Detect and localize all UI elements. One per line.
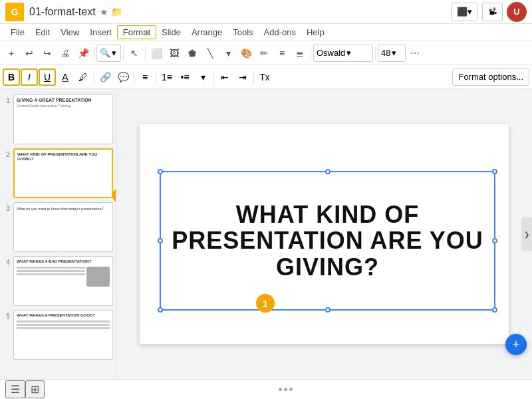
text-color-button[interactable]: A xyxy=(57,68,74,86)
toolbar-separator xyxy=(253,70,254,84)
bullet-list-button[interactable]: •≡ xyxy=(176,68,194,86)
font-size-label: 48 xyxy=(381,48,390,58)
print-button[interactable]: 🖨 xyxy=(57,45,74,62)
pen-tool[interactable]: ✏ xyxy=(255,45,273,62)
toolbar-separator xyxy=(94,70,94,84)
shape-tool[interactable]: ⬟ xyxy=(184,45,201,62)
menu-item-arrange[interactable]: Arrange xyxy=(186,26,227,39)
text-box-tool[interactable]: ⬜ xyxy=(148,45,165,62)
toolbar-separator xyxy=(311,47,311,60)
more-options-button[interactable]: ⋯ xyxy=(406,45,424,62)
menu-item-tools[interactable]: Tools xyxy=(227,26,258,39)
slide-image-2[interactable]: WHAT KIND OF PRESENTATION ARE YOU GIVING… xyxy=(13,148,113,198)
user-avatar[interactable]: U xyxy=(507,2,527,22)
image-tool[interactable]: 🖼 xyxy=(166,45,183,62)
menu-item-add-ons[interactable]: Add-ons xyxy=(259,26,301,39)
menu-item-slide[interactable]: Slide xyxy=(156,26,186,39)
main-area: 1 Giving a Great Presentation CustomGuid… xyxy=(0,89,532,379)
cursor-tool[interactable]: ↖ xyxy=(126,45,143,62)
star-icon[interactable]: ★ xyxy=(100,7,108,17)
zoom-dropdown[interactable]: 🔍▾ xyxy=(96,45,121,62)
add-slide-float-button[interactable]: + xyxy=(505,334,527,355)
slide-image-3[interactable]: What do you want to know after today's p… xyxy=(13,202,113,252)
slide-thumbnail-3[interactable]: 3 What do you want to know after today's… xyxy=(3,202,113,252)
slide-thumbnail-4[interactable]: 4 What Makes A Bad Presentation? xyxy=(3,256,113,306)
slide-image-5[interactable]: What Makes A Presentation Good? xyxy=(13,310,113,360)
handle-bottom-left[interactable] xyxy=(158,307,163,313)
link-button[interactable]: 🔗 xyxy=(96,68,114,86)
menu-item-insert[interactable]: Insert xyxy=(84,26,117,39)
menu-item-file[interactable]: File xyxy=(5,26,30,39)
slide-thumbnail-5[interactable]: 5 What Makes A Presentation Good? xyxy=(3,310,113,360)
slide3-body: What do you want to know after today's p… xyxy=(17,207,110,211)
add-button[interactable]: + xyxy=(3,45,20,62)
folder-icon[interactable]: 📁 xyxy=(111,7,122,17)
redo-button[interactable]: ↪ xyxy=(39,45,56,62)
text-selection-box[interactable]: WHAT KIND OF PRESENTATION ARE YOU GIVING… xyxy=(160,171,495,311)
font-size-dropdown[interactable]: 48 ▾ xyxy=(378,45,406,62)
slide-panel: 1 Giving a Great Presentation CustomGuid… xyxy=(0,89,116,379)
italic-button[interactable]: I xyxy=(21,68,38,86)
title-bar: G 01-format-text ★ 📁 ⬛ ▾ 📽 U xyxy=(0,0,532,24)
underline-button[interactable]: U xyxy=(39,68,56,86)
menu-item-format[interactable]: Format xyxy=(117,25,156,39)
insert-comment-button[interactable]: 💬 xyxy=(114,68,132,86)
toolbar-separator xyxy=(156,70,156,84)
clear-format-button[interactable]: Tx xyxy=(256,68,273,86)
slide-number-4: 4 xyxy=(3,256,13,266)
list-options-button[interactable]: ▾ xyxy=(194,68,211,86)
bold-button[interactable]: B xyxy=(3,68,20,86)
font-name-label: Oswald xyxy=(317,48,345,58)
menu-item-edit[interactable]: Edit xyxy=(30,26,55,39)
menu-item-help[interactable]: Help xyxy=(301,26,330,39)
toolbar-separator xyxy=(213,70,214,84)
slide-number-2: 2 xyxy=(3,148,13,158)
align-tool[interactable]: ≡ xyxy=(273,45,291,62)
highlight-button[interactable]: 🖊 xyxy=(74,68,92,86)
handle-bottom-right[interactable] xyxy=(492,307,497,313)
handle-top-right[interactable] xyxy=(492,169,497,174)
font-family-dropdown[interactable]: Oswald ▾ xyxy=(313,45,373,62)
grid-view-button[interactable]: ⊞ xyxy=(25,380,45,398)
pin-button[interactable]: 📌 xyxy=(74,45,92,62)
scroll-right-button[interactable]: ❯ xyxy=(521,217,532,251)
indent-dec-button[interactable]: ⇤ xyxy=(216,68,233,86)
slide5-title: What Makes A Presentation Good? xyxy=(17,313,110,318)
undo-button[interactable]: ↩ xyxy=(21,45,38,62)
present-btn-icon: 📽 xyxy=(488,7,497,17)
bottom-bar: ☰ ⊞ xyxy=(0,379,532,399)
slideshow-button[interactable]: ⬛ ▾ xyxy=(451,3,478,21)
slide-thumbnail-1[interactable]: 1 Giving a Great Presentation CustomGuid… xyxy=(3,94,113,144)
handle-top-left[interactable] xyxy=(158,169,163,174)
canvas-area: WHAT KIND OF PRESENTATION ARE YOU GIVING… xyxy=(116,89,532,379)
slide1-subtitle: CustomGuide Interactive Training xyxy=(17,104,110,108)
line-tool[interactable]: ╲ xyxy=(201,45,219,62)
toolbar-separator xyxy=(134,70,134,84)
app-logo: G xyxy=(5,3,24,21)
handle-middle-right[interactable] xyxy=(492,238,497,243)
handle-middle-left[interactable] xyxy=(158,238,163,243)
handle-top-center[interactable] xyxy=(325,169,331,174)
list-view-button[interactable]: ☰ xyxy=(5,380,25,398)
slide4-title: What Makes A Bad Presentation? xyxy=(17,259,110,264)
slideshow-dropdown-icon: ▾ xyxy=(467,7,472,17)
slide-number-1: 1 xyxy=(3,94,13,104)
handle-bottom-center[interactable] xyxy=(325,307,331,313)
slide-thumbnail-2[interactable]: 2 WHAT KIND OF PRESENTATION ARE YOU GIVI… xyxy=(3,148,113,198)
format-options-button[interactable]: Format options... xyxy=(452,68,529,86)
doc-title: 01-format-text xyxy=(29,6,96,18)
slide-image-1[interactable]: Giving a Great Presentation CustomGuide … xyxy=(13,94,113,144)
align-left-button[interactable]: ≡ xyxy=(136,68,154,86)
menu-item-view[interactable]: View xyxy=(55,26,84,39)
numbered-list-button[interactable]: 1≡ xyxy=(158,68,176,86)
slide-number-3: 3 xyxy=(3,202,13,212)
line-dropdown[interactable]: ▾ xyxy=(219,45,237,62)
slide1-title: Giving a Great Presentation xyxy=(17,98,110,103)
slide-canvas[interactable]: WHAT KIND OF PRESENTATION ARE YOU GIVING… xyxy=(140,124,509,344)
slide-image-4[interactable]: What Makes A Bad Presentation? xyxy=(13,256,113,306)
align2-tool[interactable]: ≣ xyxy=(291,45,309,62)
app-logo-letter: G xyxy=(11,7,19,17)
present-button[interactable]: 📽 xyxy=(482,3,503,21)
indent-inc-button[interactable]: ⇥ xyxy=(234,68,251,86)
fill-tool[interactable]: 🎨 xyxy=(237,45,255,62)
